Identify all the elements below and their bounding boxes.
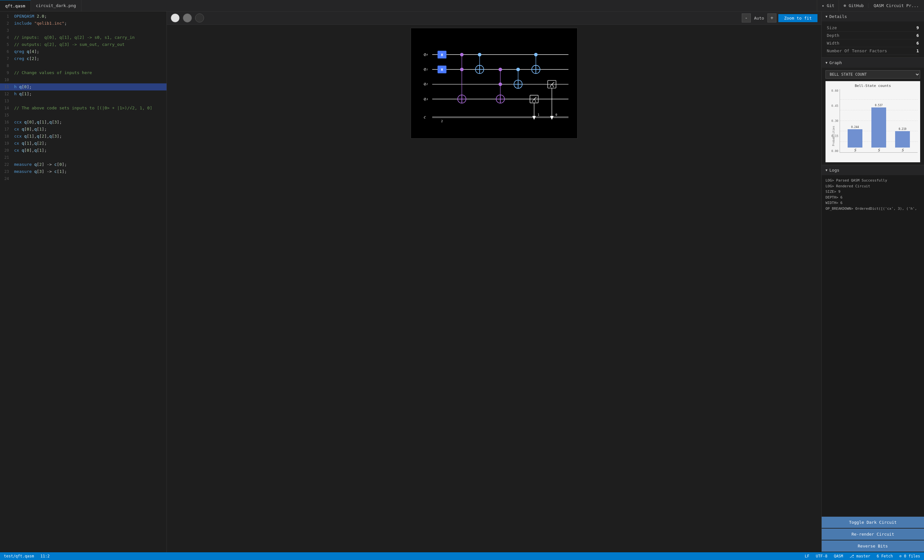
- bar: [895, 131, 910, 148]
- status-lf[interactable]: LF: [805, 554, 809, 559]
- line-number: 9: [0, 69, 14, 76]
- line-content: h q[1];: [14, 90, 166, 97]
- detail-value: 6: [916, 33, 919, 38]
- detail-label: Size: [827, 25, 837, 30]
- code-line: 11h q[0];: [0, 83, 166, 90]
- code-line: 12h q[1];: [0, 90, 166, 97]
- github-nav-label: ⊕ GitHub: [843, 3, 864, 8]
- theme-light-btn[interactable]: [171, 13, 180, 22]
- bar-value-label: 0.537: [875, 104, 883, 107]
- line-number: 13: [0, 97, 14, 105]
- line-content: // inputs: q[0], q[1], q[2] -> s0, s1, c…: [14, 34, 166, 41]
- code-line: 3: [0, 27, 166, 34]
- bar-x-label: S: [878, 148, 880, 152]
- status-cursor[interactable]: 11:2: [40, 554, 50, 559]
- log-line: OP_BREAKDOWN> OrderedDict([('cx', 3), ('…: [825, 206, 920, 212]
- line-number: 10: [0, 76, 14, 83]
- line-content: cx q[0],q[1];: [14, 126, 166, 133]
- line-number: 6: [0, 48, 14, 55]
- github-nav[interactable]: ⊕ GitHub: [838, 0, 868, 11]
- code-line: 1OPENQASM 2.0;: [0, 13, 166, 20]
- status-file[interactable]: test/qft.qasm: [4, 554, 34, 559]
- svg-text:H: H: [441, 68, 443, 72]
- editor-tab-label: qft.qasm: [5, 3, 26, 8]
- code-line: 15: [0, 112, 166, 119]
- toggle-dark-button[interactable]: Toggle Dark Circuit: [822, 517, 924, 528]
- zoom-controls: - Auto + Zoom to fit: [742, 13, 818, 22]
- detail-value: 6: [916, 41, 919, 46]
- reverse-bits-button[interactable]: Reverse Bits: [822, 541, 924, 552]
- y-axis-title: Probabilities: [832, 126, 835, 146]
- detail-row: Size9: [827, 24, 919, 32]
- detail-row: Number Of Tensor Factors1: [827, 47, 919, 55]
- details-title: Details: [830, 14, 847, 19]
- status-encoding[interactable]: UTF-8: [816, 554, 827, 559]
- svg-text:q₃: q₃: [423, 97, 428, 101]
- zoom-out-button[interactable]: -: [742, 13, 751, 22]
- line-number: 14: [0, 105, 14, 112]
- line-content: creg c[2];: [14, 55, 166, 62]
- git-nav[interactable]: ✦ Git: [817, 0, 838, 11]
- status-files[interactable]: ⊘ 0 files: [899, 554, 920, 559]
- right-panel: ▼ Details Size9Depth6Width6Number Of Ten…: [821, 12, 924, 552]
- editor-tab[interactable]: qft.qasm: [0, 0, 31, 11]
- line-content: ccx q[0],q[1],q[3];: [14, 119, 166, 126]
- svg-text:1: 1: [538, 113, 540, 117]
- details-header[interactable]: ▼ Details: [822, 12, 924, 21]
- top-bar: qft.qasm circuit_dark.png ✦ Git ⊕ GitHub…: [0, 0, 924, 12]
- app-title: QASM Circuit Pr...: [868, 3, 924, 8]
- zoom-in-button[interactable]: +: [767, 13, 776, 22]
- line-number: 3: [0, 27, 14, 34]
- graph-dropdown[interactable]: BELL STATE COUNT: [825, 70, 920, 79]
- circuit-diagram: q₀ q₁ q₂ q₃ c H: [411, 28, 578, 139]
- zoom-auto-label: Auto: [753, 16, 765, 21]
- status-bar: test/qft.qasm 11:2 LF UTF-8 QASM ⎇ maste…: [0, 552, 924, 560]
- line-number: 8: [0, 62, 14, 69]
- line-number: 17: [0, 126, 14, 133]
- bar-group: 0.537S: [872, 104, 886, 152]
- line-number: 22: [0, 161, 14, 168]
- details-section: ▼ Details Size9Depth6Width6Number Of Ten…: [822, 12, 924, 58]
- zoom-fit-button[interactable]: Zoom to fit: [778, 14, 818, 22]
- log-line: SIZE> 9: [825, 189, 920, 195]
- status-lang[interactable]: QASM: [834, 554, 843, 559]
- git-nav-label: ✦ Git: [822, 3, 834, 8]
- editor-pane[interactable]: 1OPENQASM 2.0;2include "qelib1.inc";34//…: [0, 12, 167, 552]
- log-line: WIDTH> 6: [825, 200, 920, 206]
- code-line: 16ccx q[0],q[1],q[3];: [0, 119, 166, 126]
- line-number: 24: [0, 175, 14, 182]
- code-line: 6qreg q[4];: [0, 48, 166, 55]
- detail-label: Depth: [827, 33, 839, 38]
- bar-group: 0.244S: [848, 126, 862, 152]
- line-number: 16: [0, 119, 14, 126]
- top-right-tabs: ✦ Git ⊕ GitHub QASM Circuit Pr...: [817, 0, 924, 11]
- code-line: 9// Change values of inputs here: [0, 69, 166, 76]
- main-area: 1OPENQASM 2.0;2include "qelib1.inc";34//…: [0, 12, 924, 552]
- status-git[interactable]: ⎇ master: [850, 554, 870, 559]
- line-number: 20: [0, 147, 14, 154]
- detail-label: Number Of Tensor Factors: [827, 48, 887, 53]
- logs-content: LOG> Parsed QASM SuccessfullyLOG> Render…: [822, 175, 924, 516]
- line-content: // The above code sets inputs to [(|0> +…: [14, 105, 166, 112]
- code-line: 8: [0, 62, 166, 69]
- rerender-button[interactable]: Re-render Circuit: [822, 529, 924, 540]
- theme-medium-btn[interactable]: [183, 13, 192, 22]
- code-line: 24: [0, 175, 166, 182]
- circuit-tab[interactable]: circuit_dark.png: [31, 0, 81, 11]
- code-line: 10: [0, 76, 166, 83]
- theme-dark-btn[interactable]: [195, 13, 204, 22]
- line-content: OPENQASM 2.0;: [14, 13, 166, 20]
- graph-header[interactable]: ▼ Graph: [822, 58, 924, 68]
- line-number: 5: [0, 41, 14, 48]
- line-content: cx q[0],q[1];: [14, 147, 166, 154]
- bars-area: 0.244S0.537S0.219S: [840, 89, 918, 153]
- line-number: 11: [0, 83, 14, 90]
- logs-header[interactable]: ▼ Logs: [822, 165, 924, 175]
- bar-value-label: 0.244: [851, 126, 859, 129]
- code-line: 20cx q[0],q[1];: [0, 147, 166, 154]
- status-fetch[interactable]: 6 Fetch: [876, 554, 893, 559]
- circuit-toolbar: - Auto + Zoom to fit: [167, 12, 821, 25]
- line-number: 21: [0, 154, 14, 161]
- bar: [872, 108, 886, 148]
- panel-buttons: Toggle Dark Circuit Re-render Circuit Re…: [822, 516, 924, 552]
